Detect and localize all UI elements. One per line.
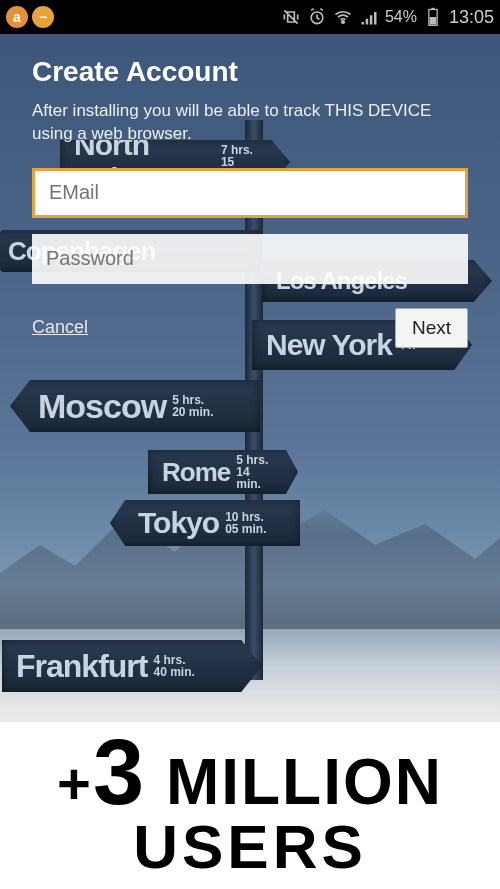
password-input[interactable] xyxy=(32,234,468,284)
sign-time: 10 hrs.05 min. xyxy=(225,511,266,535)
wifi-icon xyxy=(333,7,353,27)
promo-line2: USERS xyxy=(0,818,500,877)
promo-word: MILLION xyxy=(166,746,443,818)
sign-time: 4 hrs.40 min. xyxy=(153,654,194,678)
sign-time: 5 hrs.20 min. xyxy=(172,394,213,418)
svg-point-1 xyxy=(342,21,345,24)
sign-frankfurt: Frankfurt 4 hrs.40 min. xyxy=(2,640,262,692)
svg-rect-4 xyxy=(430,17,437,25)
signal-icon xyxy=(359,7,379,27)
app-icon-1: a xyxy=(6,6,28,28)
sign-tokyo: Tokyo 10 hrs.05 min. xyxy=(110,500,300,546)
svg-rect-3 xyxy=(431,8,434,10)
page-title: Create Account xyxy=(32,56,468,88)
promo-banner: +3 MILLION USERS xyxy=(0,722,500,889)
alarm-icon xyxy=(307,7,327,27)
sign-rome: Rome 5 hrs.14 min. xyxy=(148,450,298,494)
promo-number: 3 xyxy=(93,721,146,823)
next-button[interactable]: Next xyxy=(395,308,468,348)
sign-moscow: Moscow 5 hrs.20 min. xyxy=(10,380,260,432)
promo-plus: + xyxy=(57,751,93,816)
cancel-link[interactable]: Cancel xyxy=(32,317,88,338)
status-bar: a − 54% 13:05 xyxy=(0,0,500,34)
sign-label: Frankfurt xyxy=(16,648,147,685)
create-account-form: Create Account After installing you will… xyxy=(0,34,500,348)
clock: 13:05 xyxy=(449,7,494,28)
sign-label: Rome xyxy=(162,457,230,488)
battery-percent: 54% xyxy=(385,8,417,26)
sign-label: Moscow xyxy=(38,387,166,426)
sign-time: 5 hrs.14 min. xyxy=(236,454,270,490)
page-subtitle: After installing you will be able to tra… xyxy=(32,100,468,146)
battery-icon xyxy=(423,7,443,27)
app-icon-2: − xyxy=(32,6,54,28)
email-input[interactable] xyxy=(32,168,468,218)
vibrate-icon xyxy=(281,7,301,27)
sign-label: Tokyo xyxy=(138,506,219,540)
